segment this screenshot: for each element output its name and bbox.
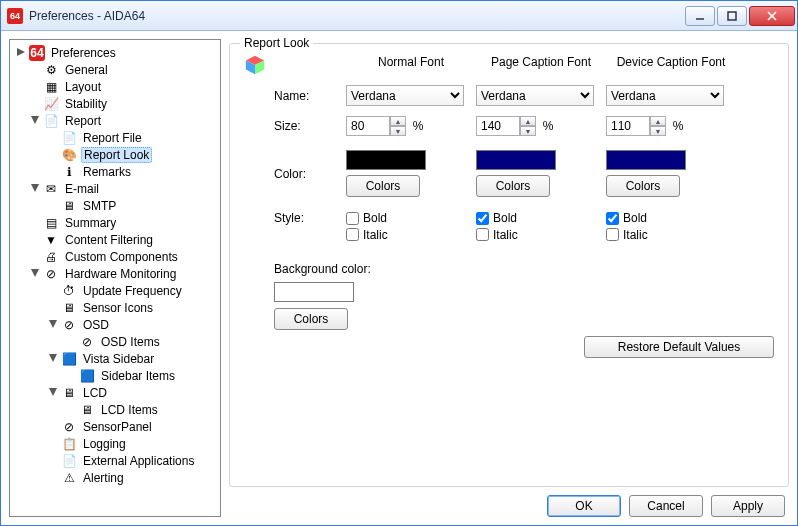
- tree-item-lcd-items[interactable]: 🖥LCD Items: [12, 401, 218, 418]
- col-device: Device Caption Font: [606, 55, 736, 69]
- tree-item-custom-components[interactable]: 🖨Custom Components: [12, 248, 218, 265]
- group-title: Report Look: [240, 36, 313, 50]
- tree-item-label: E-mail: [63, 182, 101, 196]
- maximize-button[interactable]: [717, 6, 747, 26]
- tree-item-label: External Applications: [81, 454, 196, 468]
- spin-up[interactable]: ▲: [650, 116, 666, 126]
- tree-item-content-filtering[interactable]: ▼Content Filtering: [12, 231, 218, 248]
- tree-item-icon: 🖥: [79, 402, 95, 418]
- ok-button[interactable]: OK: [547, 495, 621, 517]
- tree-item-icon: 🖥: [61, 385, 77, 401]
- content-pane: Report Look Normal Font Page Caption Fon…: [229, 39, 789, 517]
- label-size: Size:: [274, 119, 346, 133]
- spin-down[interactable]: ▼: [650, 126, 666, 136]
- tree-item-label: Remarks: [81, 165, 133, 179]
- tree-item-report[interactable]: 📄Report: [12, 112, 218, 129]
- preferences-window: 64 Preferences - AIDA64 64 Preferences ⚙…: [0, 0, 798, 526]
- restore-defaults-button[interactable]: Restore Default Values: [584, 336, 774, 358]
- tree-item-layout[interactable]: ▦Layout: [12, 78, 218, 95]
- tree-item-sensor-icons[interactable]: 🖥Sensor Icons: [12, 299, 218, 316]
- svg-marker-12: [49, 388, 57, 396]
- apply-button[interactable]: Apply: [711, 495, 785, 517]
- svg-marker-8: [31, 184, 39, 192]
- tree-item-logging[interactable]: 📋Logging: [12, 435, 218, 452]
- collapse-icon[interactable]: [48, 319, 59, 330]
- device-font-name[interactable]: Verdana: [606, 85, 724, 106]
- tree-item-smtp[interactable]: 🖥SMTP: [12, 197, 218, 214]
- tree-item-icon: 📋: [61, 436, 77, 452]
- tree-item-osd-items[interactable]: ⊘OSD Items: [12, 333, 218, 350]
- preferences-tree[interactable]: 64 Preferences ⚙General▦Layout📈Stability…: [9, 39, 221, 517]
- tree-item-icon: 🟦: [61, 351, 77, 367]
- cancel-button[interactable]: Cancel: [629, 495, 703, 517]
- tree-item-sidebar-items[interactable]: 🟦Sidebar Items: [12, 367, 218, 384]
- tree-item-stability[interactable]: 📈Stability: [12, 95, 218, 112]
- tree-item-vista-sidebar[interactable]: 🟦Vista Sidebar: [12, 350, 218, 367]
- tree-item-label: LCD Items: [99, 403, 160, 417]
- collapse-icon[interactable]: [30, 115, 41, 126]
- tree-item-report-look[interactable]: 🎨Report Look: [12, 146, 218, 163]
- bgcolor-button[interactable]: Colors: [274, 308, 348, 330]
- collapse-icon[interactable]: [48, 353, 59, 364]
- bgcolor-swatch: [274, 282, 354, 302]
- titlebar[interactable]: 64 Preferences - AIDA64: [1, 1, 797, 31]
- tree-item-icon: 🖨: [43, 249, 59, 265]
- tree-item-alerting[interactable]: ⚠Alerting: [12, 469, 218, 486]
- tree-item-remarks[interactable]: ℹRemarks: [12, 163, 218, 180]
- normal-colors-button[interactable]: Colors: [346, 175, 420, 197]
- tree-root[interactable]: 64 Preferences: [12, 44, 218, 61]
- device-bold[interactable]: [606, 212, 619, 225]
- tree-item-report-file[interactable]: 📄Report File: [12, 129, 218, 146]
- normal-size[interactable]: [346, 116, 390, 136]
- tree-item-label: Vista Sidebar: [81, 352, 156, 366]
- tree-root-label: Preferences: [49, 46, 118, 60]
- tree-item-label: Stability: [63, 97, 109, 111]
- device-size[interactable]: [606, 116, 650, 136]
- tree-item-icon: 🖥: [61, 198, 77, 214]
- tree-item-sensorpanel[interactable]: ⊘SensorPanel: [12, 418, 218, 435]
- normal-bold[interactable]: [346, 212, 359, 225]
- normal-font-name[interactable]: Verdana: [346, 85, 464, 106]
- tree-item-label: General: [63, 63, 110, 77]
- tree-item-icon: 🖥: [61, 300, 77, 316]
- close-button[interactable]: [749, 6, 795, 26]
- tree-item-external-applications[interactable]: 📄External Applications: [12, 452, 218, 469]
- page-size[interactable]: [476, 116, 520, 136]
- device-italic[interactable]: [606, 228, 619, 241]
- window-title: Preferences - AIDA64: [29, 9, 685, 23]
- collapse-icon[interactable]: [48, 387, 59, 398]
- spin-down[interactable]: ▼: [520, 126, 536, 136]
- tree-item-icon: ⊘: [61, 419, 77, 435]
- device-colors-button[interactable]: Colors: [606, 175, 680, 197]
- svg-marker-9: [31, 269, 39, 277]
- tree-item-update-frequency[interactable]: ⏱Update Frequency: [12, 282, 218, 299]
- tree-item-icon: ▦: [43, 79, 59, 95]
- tree-item-label: Report File: [81, 131, 144, 145]
- tree-item-icon: ⏱: [61, 283, 77, 299]
- page-italic[interactable]: [476, 228, 489, 241]
- normal-italic[interactable]: [346, 228, 359, 241]
- tree-item-hardware-monitoring[interactable]: ⊘Hardware Monitoring: [12, 265, 218, 282]
- page-font-name[interactable]: Verdana: [476, 85, 594, 106]
- spin-up[interactable]: ▲: [520, 116, 536, 126]
- expand-icon[interactable]: [16, 47, 27, 58]
- page-colors-button[interactable]: Colors: [476, 175, 550, 197]
- collapse-icon[interactable]: [30, 183, 41, 194]
- spin-down[interactable]: ▼: [390, 126, 406, 136]
- tree-item-summary[interactable]: ▤Summary: [12, 214, 218, 231]
- svg-marker-7: [31, 116, 39, 124]
- collapse-icon[interactable]: [30, 268, 41, 279]
- page-bold[interactable]: [476, 212, 489, 225]
- spin-up[interactable]: ▲: [390, 116, 406, 126]
- minimize-button[interactable]: [685, 6, 715, 26]
- tree-item-osd[interactable]: ⊘OSD: [12, 316, 218, 333]
- tree-item-label: Content Filtering: [63, 233, 155, 247]
- tree-item-label: Logging: [81, 437, 128, 451]
- tree-item-label: Layout: [63, 80, 103, 94]
- tree-item-e-mail[interactable]: ✉E-mail: [12, 180, 218, 197]
- tree-item-icon: 📈: [43, 96, 59, 112]
- tree-item-label: Report: [63, 114, 103, 128]
- tree-item-general[interactable]: ⚙General: [12, 61, 218, 78]
- tree-item-label: Sensor Icons: [81, 301, 155, 315]
- tree-item-lcd[interactable]: 🖥LCD: [12, 384, 218, 401]
